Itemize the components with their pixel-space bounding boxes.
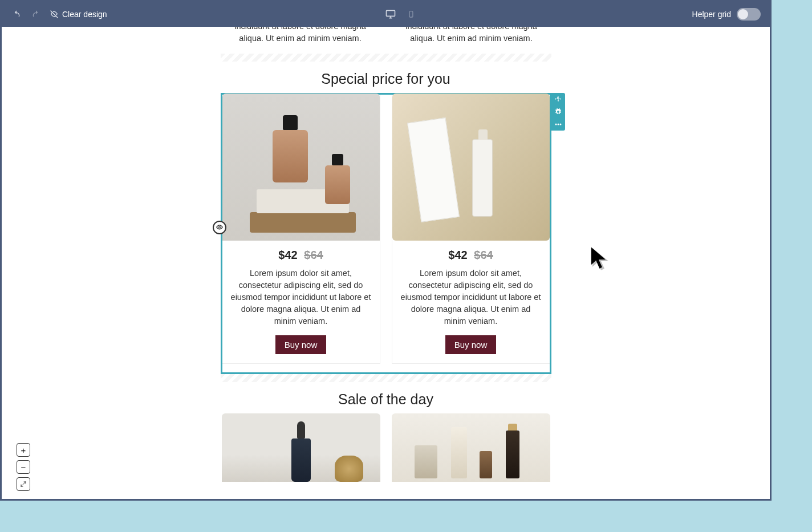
price-current: $42 [278, 249, 297, 261]
zoom-out-button[interactable]: − [17, 460, 30, 474]
price-current: $42 [448, 249, 467, 261]
desktop-view-button[interactable] [384, 9, 397, 20]
move-block-button[interactable] [551, 93, 565, 105]
product-description: Lorem ipsum dolor sit amet, consectetur … [392, 267, 550, 327]
email-canvas: adipiscing elit, sed do eiusmod tempor i… [221, 27, 551, 482]
zoom-controls: + − [17, 443, 30, 491]
settings-block-button[interactable] [551, 105, 565, 118]
product-card[interactable]: $42 $64 Lorem ipsum dolor sit amet, cons… [392, 93, 550, 364]
special-section-title: Special price for you [221, 62, 551, 93]
app-frame: Clear design Helper grid adipiscing elit… [0, 0, 772, 501]
svg-point-4 [555, 124, 557, 125]
special-section: Special price for you [221, 62, 551, 374]
price-row: $42 $64 [222, 249, 380, 262]
redo-button[interactable] [30, 10, 42, 19]
svg-point-3 [218, 226, 220, 228]
toolbar-left: Clear design [11, 10, 107, 19]
undo-button[interactable] [11, 10, 22, 19]
svg-point-5 [557, 124, 559, 125]
mobile-view-button[interactable] [407, 9, 415, 20]
clear-design-label: Clear design [62, 10, 107, 19]
cursor-icon [587, 244, 612, 275]
more-block-button[interactable] [551, 118, 565, 131]
svg-point-2 [411, 16, 411, 17]
product-card[interactable]: $42 $64 Lorem ipsum dolor sit amet, cons… [222, 93, 380, 364]
sale-section-title: Sale of the day [221, 382, 551, 413]
price-old: $64 [474, 249, 493, 261]
product-image[interactable] [222, 94, 380, 241]
buy-now-button[interactable]: Buy now [275, 335, 327, 354]
top-desc-1: adipiscing elit, sed do eiusmod tempor i… [221, 27, 380, 47]
product-image[interactable] [392, 94, 550, 241]
canvas-area[interactable]: adipiscing elit, sed do eiusmod tempor i… [2, 27, 770, 499]
top-desc-2: adipiscing elit, sed do eiusmod tempor i… [392, 27, 551, 47]
product-image[interactable] [392, 413, 550, 482]
divider [221, 374, 551, 382]
divider [221, 54, 551, 62]
toolbar-center [107, 9, 692, 20]
toolbar: Clear design Helper grid [2, 2, 770, 27]
zoom-in-button[interactable]: + [17, 443, 30, 457]
price-old: $64 [304, 249, 323, 261]
svg-rect-0 [386, 10, 395, 16]
special-product-row[interactable]: $42 $64 Lorem ipsum dolor sit amet, cons… [221, 93, 551, 374]
top-text-row: adipiscing elit, sed do eiusmod tempor i… [221, 27, 551, 54]
product-image[interactable] [222, 413, 380, 482]
helper-grid-toggle[interactable] [737, 8, 761, 21]
clear-design-button[interactable]: Clear design [50, 10, 107, 19]
svg-point-6 [559, 124, 561, 125]
sale-section: Sale of the day [221, 382, 551, 482]
price-row: $42 $64 [392, 249, 550, 262]
block-side-controls [551, 93, 565, 131]
visibility-badge[interactable] [213, 221, 226, 234]
toolbar-right: Helper grid [692, 8, 761, 21]
helper-grid-label: Helper grid [692, 10, 731, 19]
product-description: Lorem ipsum dolor sit amet, consectetur … [222, 267, 380, 327]
sale-product-row[interactable] [221, 413, 551, 482]
zoom-fit-button[interactable] [17, 477, 30, 491]
buy-now-button[interactable]: Buy now [445, 335, 497, 354]
